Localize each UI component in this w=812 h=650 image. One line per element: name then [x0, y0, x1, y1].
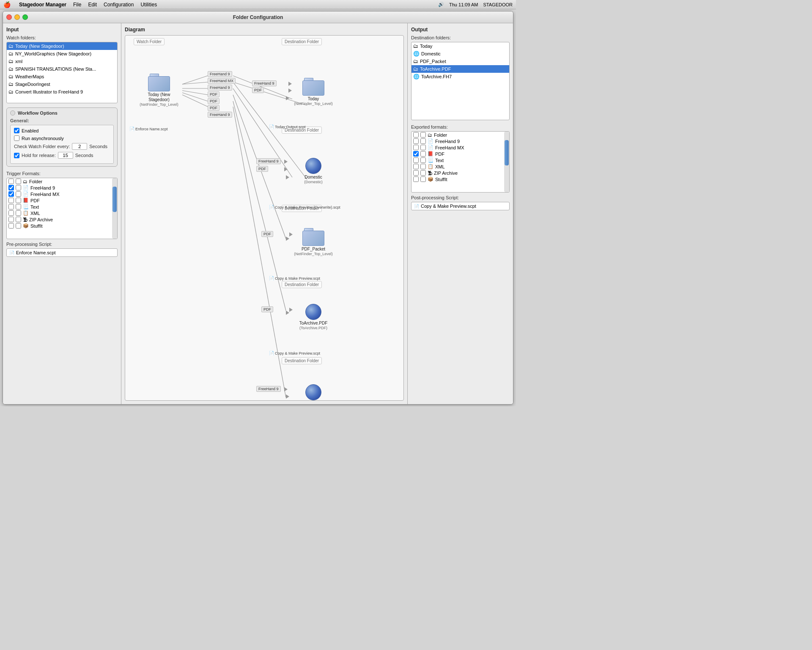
trigger-format-item-6[interactable]: 🗜ZIP Archive	[7, 216, 111, 223]
exported-format-checkbox-2[interactable]	[420, 145, 426, 150]
dest-folders-list[interactable]: 🗂Today🌐Domestic🗂PDF_Packet🗂ToArchive.PDF…	[411, 42, 510, 120]
workflow-options-box: Workflow Options General: Enabled Run as…	[6, 107, 118, 167]
exported-format-item-1[interactable]: 📄FreeHand 9	[411, 138, 503, 144]
exported-format-item-2[interactable]: 📄FreeHand MX	[411, 144, 503, 151]
exported-format-checkbox-3[interactable]	[420, 151, 426, 157]
trigger-format-checkbox-2[interactable]	[16, 191, 21, 197]
input-title: Input	[6, 27, 118, 33]
trigger-format-checkbox-3[interactable]	[16, 198, 21, 203]
dest-folder-item-0[interactable]: 🗂Today	[411, 42, 509, 50]
watch-folder-item-0[interactable]: 🗂Today (New Stagedoor)	[7, 42, 117, 50]
trigger-format-checkbox-6[interactable]	[8, 217, 14, 222]
svg-line-3	[182, 91, 208, 95]
async-checkbox[interactable]	[14, 135, 19, 141]
exported-formats-scrollbar[interactable]	[504, 132, 509, 192]
watch-folder-item-6[interactable]: 🗂Convert Illustrator to FreeHand 9	[7, 88, 117, 96]
trigger-format-checkbox-5[interactable]	[16, 210, 21, 216]
apple-menu[interactable]: 🍎	[3, 1, 11, 8]
exported-format-checkbox-1[interactable]	[420, 138, 426, 144]
exported-format-item-4[interactable]: 📃Text	[411, 157, 503, 163]
check-interval-input[interactable]	[72, 143, 87, 150]
watch-folder-item-5[interactable]: 🗂StageDoorIngest	[7, 80, 117, 88]
menu-edit[interactable]: Edit	[88, 2, 97, 8]
async-row: Run asynchronously	[14, 135, 110, 141]
exported-format-checkbox-6[interactable]	[413, 170, 419, 176]
trigger-format-checkbox-4[interactable]	[8, 204, 14, 209]
trigger-format-checkbox-1[interactable]	[8, 185, 14, 190]
dest-folder-item-1[interactable]: 🌐Domestic	[411, 50, 509, 58]
exported-format-checkbox-0[interactable]	[420, 132, 426, 138]
exported-format-checkbox-4[interactable]	[420, 157, 426, 163]
exported-format-item-5[interactable]: 📋XML	[411, 163, 503, 170]
domestic-label: Domestic	[304, 175, 322, 180]
trigger-format-item-1[interactable]: 📄FreeHand 9	[7, 185, 111, 191]
post-script-icon: 📄	[414, 204, 419, 209]
postprocessing-label: Post-processing Script:	[411, 195, 510, 200]
exported-format-checkbox-0[interactable]	[413, 132, 419, 138]
exported-format-checkbox-2[interactable]	[413, 145, 419, 150]
trigger-formats-scrollbar[interactable]	[112, 178, 117, 239]
pill-dest-pdf-today: PDF	[252, 87, 264, 93]
trigger-format-item-7[interactable]: 📦StuffIt	[7, 223, 111, 229]
today-label: Today	[308, 96, 319, 102]
exported-format-item-7[interactable]: 📦StuffIt	[411, 176, 503, 182]
check-label: Check Watch Folder every:	[14, 144, 70, 149]
exported-format-checkbox-5[interactable]	[420, 164, 426, 169]
toarchive-fh7-globe-icon	[305, 384, 321, 400]
watch-folder-item-4[interactable]: 🗂WeatherMaps	[7, 73, 117, 80]
enabled-checkbox[interactable]	[14, 128, 19, 133]
domestic-sublabel: (Domestic)	[304, 180, 323, 184]
exported-format-checkbox-7[interactable]	[413, 176, 419, 182]
pill-fh9-2: FreeHand 9	[208, 85, 232, 91]
exported-format-checkbox-7[interactable]	[420, 176, 426, 182]
menu-file[interactable]: File	[73, 2, 81, 8]
trigger-format-checkbox-3[interactable]	[8, 198, 14, 203]
watch-folder-item-1[interactable]: 🗂NY_WorldGraphics (New Stagedoor)	[7, 50, 117, 58]
exported-format-checkbox-6[interactable]	[420, 170, 426, 176]
hold-value-input[interactable]	[58, 152, 73, 159]
hold-release-row: Hold for release: Seconds	[14, 152, 110, 159]
menu-utilities[interactable]: Utilities	[140, 2, 157, 8]
watch-folders-list[interactable]: 🗂Today (New Stagedoor)🗂NY_WorldGraphics …	[6, 42, 118, 103]
dest-folder-item-4[interactable]: 🌐ToArchive.FH7	[411, 73, 509, 80]
menu-configuration[interactable]: Configuration	[104, 2, 134, 8]
exported-format-checkbox-5[interactable]	[413, 164, 419, 169]
trigger-format-checkbox-0[interactable]	[8, 179, 14, 184]
trigger-formats-list[interactable]: 🗂Folder📄FreeHand 9📄FreeHand MX📕PDF📃Text📋…	[6, 178, 118, 239]
dest-folder-item-3[interactable]: 🗂ToArchive.PDF	[411, 65, 509, 73]
watch-folder-item-3[interactable]: 🗂SPANISH TRANSLATIONS (New Sta...	[7, 65, 117, 73]
trigger-format-checkbox-0[interactable]	[16, 179, 21, 184]
maximize-button[interactable]	[22, 14, 28, 20]
trigger-format-checkbox-5[interactable]	[8, 210, 14, 216]
trigger-format-item-0[interactable]: 🗂Folder	[7, 178, 111, 185]
minimize-button[interactable]	[14, 14, 20, 20]
exported-format-checkbox-3[interactable]	[413, 151, 419, 157]
trigger-format-item-2[interactable]: 📄FreeHand MX	[7, 191, 111, 197]
trigger-format-checkbox-1[interactable]	[16, 185, 21, 190]
trigger-format-item-4[interactable]: 📃Text	[7, 204, 111, 210]
pill-fh9-1: FreeHand 9	[208, 71, 232, 77]
hold-checkbox[interactable]	[14, 153, 19, 158]
pdf-packet-sublabel: (NetFinder_Top_Level)	[294, 252, 333, 256]
exported-format-item-3[interactable]: 📕PDF	[411, 151, 503, 157]
trigger-format-checkbox-7[interactable]	[16, 223, 21, 229]
exported-format-item-6[interactable]: 🗜ZIP Archive	[411, 170, 503, 176]
trigger-format-checkbox-6[interactable]	[16, 217, 21, 222]
dest-folder-item-2[interactable]: 🗂PDF_Packet	[411, 58, 509, 65]
today-script-label: 📄 Today Output.scpt	[269, 124, 306, 129]
exported-formats-list[interactable]: 🗂Folder📄FreeHand 9📄FreeHand MX📕PDF📃Text📋…	[411, 131, 510, 193]
trigger-format-checkbox-2[interactable]	[8, 191, 14, 197]
exported-format-checkbox-1[interactable]	[413, 138, 419, 144]
trigger-format-checkbox-7[interactable]	[8, 223, 14, 229]
workflow-close-btn[interactable]	[10, 110, 15, 116]
exported-format-checkbox-4[interactable]	[413, 157, 419, 163]
trigger-format-item-3[interactable]: 📕PDF	[7, 197, 111, 204]
watch-folder-item-2[interactable]: 🗂xml	[7, 58, 117, 65]
trigger-format-item-5[interactable]: 📋XML	[7, 210, 111, 216]
exported-format-item-0[interactable]: 🗂Folder	[411, 132, 503, 138]
enabled-row: Enabled	[14, 128, 110, 133]
close-button[interactable]	[6, 14, 12, 20]
arrow-pdf-pdfpacket	[289, 232, 293, 237]
window-title: Folder Configuration	[233, 14, 283, 20]
trigger-format-checkbox-4[interactable]	[16, 204, 21, 209]
